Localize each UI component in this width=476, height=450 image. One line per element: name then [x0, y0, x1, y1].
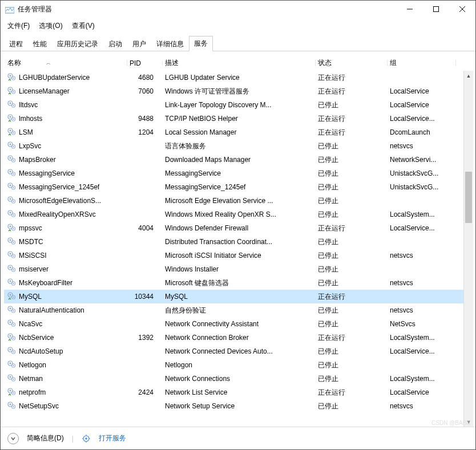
service-desc: Distributed Transaction Coordinat...: [163, 238, 316, 246]
service-row[interactable]: Netman Network Connections 已停止 LocalSyst…: [4, 372, 473, 386]
tab-startup[interactable]: 启动: [103, 37, 127, 51]
service-row[interactable]: MessagingService MessagingService 已停止 Un…: [4, 167, 473, 180]
service-state: 正在运行: [316, 114, 388, 124]
menu-view[interactable]: 查看(V): [71, 20, 96, 32]
service-desc: 自然身份验证: [163, 306, 316, 315]
tab-details[interactable]: 详细信息: [151, 37, 189, 51]
vertical-scrollbar[interactable]: ▲ ▼: [463, 71, 473, 427]
service-group: UnistackSvcG...: [388, 183, 456, 191]
service-group: netsvcs: [388, 402, 456, 410]
service-row[interactable]: msiserver Windows Installer 已停止: [4, 262, 473, 276]
service-desc: MessagingService_1245ef: [163, 183, 316, 191]
svg-point-100: [13, 392, 14, 393]
service-row[interactable]: MSDTC Distributed Transaction Coordinat.…: [4, 235, 473, 249]
service-row[interactable]: NaturalAuthentication 自然身份验证 已停止 netsvcs: [4, 303, 473, 317]
scroll-thumb[interactable]: [465, 172, 472, 223]
svg-point-26: [10, 143, 11, 145]
service-desc: Network Setup Service: [163, 402, 316, 410]
service-icon: [7, 209, 17, 220]
service-group: LocalService...: [388, 347, 456, 355]
service-row[interactable]: LxpSvc 语言体验服务 已停止 netsvcs: [4, 139, 473, 153]
service-name: LicenseManager: [19, 87, 70, 95]
menu-options[interactable]: 选项(O): [38, 20, 63, 32]
svg-point-90: [10, 362, 11, 364]
svg-point-32: [13, 159, 14, 160]
service-row[interactable]: MixedRealityOpenXRSvc Windows Mixed Real…: [4, 208, 473, 221]
service-name: NcdAutoSetup: [19, 347, 63, 355]
service-row[interactable]: MicrosoftEdgeElevationS... Microsoft Edg…: [4, 194, 473, 208]
open-services-link[interactable]: 打开服务: [99, 433, 126, 443]
service-desc: Windows Mixed Reality OpenXR S...: [163, 210, 316, 218]
svg-point-36: [13, 173, 14, 174]
fewer-details-icon[interactable]: [7, 433, 19, 444]
service-pid: 2424: [127, 388, 163, 396]
svg-point-18: [10, 116, 11, 117]
minimize-button[interactable]: [397, 1, 423, 18]
col-header-state[interactable]: 状态: [316, 58, 388, 68]
svg-point-10: [10, 88, 11, 90]
service-state: 正在运行: [316, 128, 388, 137]
col-header-name[interactable]: 名称 ︿: [5, 58, 127, 68]
col-header-group[interactable]: 组: [388, 58, 456, 68]
service-state: 已停止: [316, 251, 388, 261]
service-name: NetSetupSvc: [19, 402, 59, 410]
grid-body: LGHUBUpdaterService 4680 LGHUB Updater S…: [4, 71, 473, 427]
service-desc: LGHUB Updater Service: [163, 74, 316, 82]
col-header-desc[interactable]: 描述: [163, 58, 316, 68]
tab-services[interactable]: 服务: [189, 36, 213, 51]
service-state: 正在运行: [316, 333, 388, 343]
watermark: CSDN @BAB&: [431, 420, 470, 426]
scroll-track[interactable]: [464, 80, 473, 417]
svg-point-52: [13, 228, 14, 229]
svg-point-28: [13, 145, 14, 147]
service-icon: [7, 291, 17, 302]
svg-point-48: [13, 214, 14, 215]
svg-point-40: [13, 187, 14, 188]
svg-point-96: [13, 378, 14, 379]
col-header-pid[interactable]: PID: [127, 59, 163, 67]
service-name: netprofm: [19, 388, 46, 396]
service-row[interactable]: LGHUBUpdaterService 4680 LGHUB Updater S…: [4, 71, 473, 84]
service-row[interactable]: MySQL 10344 MySQL 正在运行: [4, 290, 473, 303]
service-row[interactable]: lltdsvc Link-Layer Topology Discovery M.…: [4, 98, 473, 112]
menu-file[interactable]: 文件(F): [6, 20, 31, 32]
service-row[interactable]: netprofm 2424 Network List Service 正在运行 …: [4, 386, 473, 399]
close-button[interactable]: [449, 1, 475, 18]
services-grid: 名称 ︿ PID 描述 状态 组 LGHUBUpdaterService 468…: [4, 56, 473, 427]
svg-point-78: [10, 321, 11, 323]
svg-point-22: [10, 129, 11, 131]
service-row[interactable]: MsKeyboardFilter Microsoft 键盘筛选器 已停止 net…: [4, 276, 473, 290]
service-name: MSiSCSI: [19, 252, 47, 260]
tab-users[interactable]: 用户: [127, 37, 151, 51]
service-icon: [7, 155, 17, 165]
service-row[interactable]: MessagingService_1245ef MessagingService…: [4, 180, 473, 194]
service-group: LocalService: [388, 87, 456, 95]
tab-app-history[interactable]: 应用历史记录: [52, 37, 103, 51]
service-row[interactable]: LicenseManager 7060 Windows 许可证管理器服务 正在运…: [4, 84, 473, 98]
service-row[interactable]: lmhosts 9488 TCP/IP NetBIOS Helper 正在运行 …: [4, 112, 473, 125]
service-desc: Network Connected Devices Auto...: [163, 347, 316, 355]
tab-performance[interactable]: 性能: [28, 37, 52, 51]
svg-point-50: [10, 225, 11, 227]
service-row[interactable]: NcbService 1392 Network Connection Broke…: [4, 331, 473, 344]
service-row[interactable]: MSiSCSI Microsoft iSCSI Initiator Servic…: [4, 249, 473, 262]
service-row[interactable]: NetSetupSvc Network Setup Service 已停止 ne…: [4, 399, 473, 413]
svg-point-86: [10, 348, 11, 350]
svg-point-76: [13, 310, 14, 311]
service-row[interactable]: MapsBroker Downloaded Maps Manager 已停止 N…: [4, 153, 473, 167]
service-row[interactable]: Netlogon Netlogon 已停止: [4, 358, 473, 372]
fewer-details-link[interactable]: 简略信息(D): [27, 433, 64, 443]
service-row[interactable]: NcdAutoSetup Network Connected Devices A…: [4, 344, 473, 358]
tab-processes[interactable]: 进程: [4, 37, 28, 51]
service-name: Netman: [19, 375, 43, 383]
service-row[interactable]: LSM 1204 Local Session Manager 正在运行 Dcom…: [4, 125, 473, 139]
scroll-up-button[interactable]: ▲: [464, 71, 473, 80]
service-row[interactable]: mpssvc 4004 Windows Defender Firewall 正在…: [4, 221, 473, 235]
maximize-button[interactable]: [423, 1, 449, 18]
svg-point-6: [10, 75, 11, 76]
service-desc: MessagingService: [163, 169, 316, 177]
service-row[interactable]: NcaSvc Network Connectivity Assistant 已停…: [4, 317, 473, 331]
service-name: LxpSvc: [19, 142, 41, 150]
service-icon: [7, 127, 17, 138]
service-name: MySQL: [19, 293, 42, 301]
